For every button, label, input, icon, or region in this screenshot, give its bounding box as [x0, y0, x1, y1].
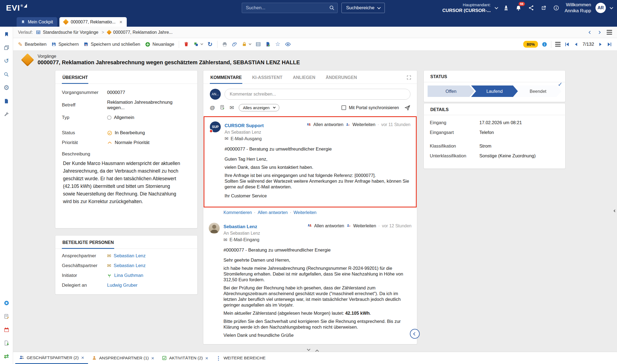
data-quality-icon[interactable]	[265, 42, 271, 47]
tab-anliegen[interactable]: ANLIEGEN	[292, 71, 316, 84]
status-check-icon[interactable]: ✓	[558, 82, 562, 87]
mention-icon[interactable]: @	[210, 105, 215, 111]
chevron-up-icon[interactable]	[315, 350, 319, 353]
notifications-bell-icon[interactable]: 66	[515, 4, 523, 12]
reply-all-link[interactable]: Allen antworten	[258, 210, 288, 215]
share-icon[interactable]	[527, 4, 535, 12]
lock-icon[interactable]	[242, 42, 251, 47]
first-record-icon[interactable]	[564, 42, 570, 47]
tab-kommentare[interactable]: KOMMENTARE	[210, 71, 242, 84]
tab-vorgang-0000077[interactable]: 0000077, Reklamatio... ×	[59, 17, 127, 27]
history-icon[interactable]: ↺	[3, 57, 10, 65]
user-avatar[interactable]: AR	[595, 3, 606, 13]
chevron-down-icon[interactable]	[495, 6, 498, 9]
forward-link[interactable]: Weiterleiten	[294, 210, 316, 215]
grid-view-icon[interactable]	[256, 42, 261, 47]
tab-beteiligte-personen[interactable]: BETEILIGTE PERSONEN	[62, 235, 114, 249]
registered-mark: ®	[20, 4, 23, 8]
tab-uebersicht[interactable]: ÜBERSICHT	[62, 71, 88, 84]
settings-gear-icon[interactable]: ⚙	[3, 84, 10, 91]
mandant-icon[interactable]	[502, 4, 510, 12]
globe-star-icon[interactable]	[3, 299, 10, 307]
search-icon[interactable]	[329, 5, 335, 12]
collapse-comments-button[interactable]	[410, 329, 420, 339]
person-link[interactable]: Ludwig Gruber	[107, 283, 138, 288]
envelope-icon: ✉	[107, 263, 111, 268]
portal-sync-checkbox[interactable]	[341, 105, 346, 110]
bottom-tab-aktivitaeten[interactable]: AKTIVITÄTEN (2) ×	[158, 352, 212, 364]
bottom-tab-weitere-bereiche[interactable]: ⋮ WEITERE BEREICHE	[212, 352, 269, 364]
expand-icon[interactable]	[406, 75, 412, 81]
previous-record-icon[interactable]	[574, 42, 579, 47]
tab-ki-assistent[interactable]: KI-ASSISTENT	[252, 71, 283, 84]
status-step-beendet[interactable]: Beendet	[515, 85, 561, 97]
nav-forward-icon[interactable]	[597, 30, 602, 35]
comment-link[interactable]: Kommentieren	[223, 210, 252, 215]
bottom-tab-geschaeftspartner[interactable]: GESCHÄFTSPARTNER (2) ×	[15, 352, 88, 364]
document-icon[interactable]	[3, 97, 10, 105]
bottom-tab-ansprechpartner[interactable]: ANSPRECHPARTNER (1) ×	[88, 352, 158, 364]
save-button[interactable]: Speichern	[51, 42, 79, 47]
close-icon[interactable]: ×	[119, 19, 122, 25]
tab-aenderungen[interactable]: ÄNDERUNGEN	[325, 71, 358, 84]
info-icon[interactable]	[542, 42, 547, 47]
close-icon[interactable]: ×	[205, 356, 208, 361]
search-input[interactable]	[242, 3, 338, 13]
forward-link[interactable]: Weiterleiten	[352, 121, 375, 128]
transform-icon[interactable]	[193, 42, 203, 47]
status-step-offen[interactable]: Offen	[428, 85, 474, 97]
search-scopes-button[interactable]: Suchbereiche	[341, 3, 385, 13]
chevron-down-icon[interactable]	[307, 347, 310, 351]
wrench-icon[interactable]	[3, 111, 10, 118]
breadcrumb-item-search[interactable]: Standardsuche für Vorgänge	[36, 30, 98, 35]
user-menu-chevron-icon[interactable]	[610, 6, 613, 9]
calendar-icon[interactable]	[3, 326, 10, 334]
email-icon[interactable]: ✉	[230, 105, 234, 110]
list-menu-icon[interactable]	[555, 42, 561, 47]
delete-icon[interactable]	[184, 42, 189, 47]
edit-button[interactable]: ✎ Bearbeiten	[18, 42, 47, 47]
completeness-badge[interactable]: 80%	[523, 41, 538, 48]
reply-all-link[interactable]: Allen antworten	[313, 121, 343, 128]
bookmark-icon[interactable]	[3, 30, 10, 38]
document-add-icon[interactable]	[3, 339, 10, 347]
composer-avatar: AN...	[210, 89, 221, 100]
comment-author-link[interactable]: Sebastian Lenz	[223, 224, 257, 230]
favorite-star-icon[interactable]: ☆	[275, 41, 280, 47]
close-icon[interactable]: ×	[81, 355, 84, 360]
comment-author-link[interactable]: CURSOR Support	[225, 123, 264, 129]
comment-filter-select[interactable]: Alles anzeigen	[239, 104, 279, 111]
next-record-icon[interactable]	[598, 42, 603, 47]
print-icon[interactable]	[222, 42, 227, 47]
help-info-icon[interactable]	[552, 4, 560, 12]
save-and-close-button[interactable]: Speichern und schließen	[83, 42, 140, 47]
last-record-icon[interactable]	[607, 42, 612, 47]
reply-all-link[interactable]: Allen antworten	[314, 223, 344, 229]
menu-icon[interactable]	[607, 30, 612, 35]
create-new-button[interactable]: Neuanlage	[145, 42, 174, 47]
open-in-new-icon[interactable]	[540, 4, 548, 12]
main-client-selector[interactable]: Hauptmandant: CURSOR (CURSOR-...	[442, 2, 491, 14]
nav-back-icon[interactable]	[587, 30, 592, 35]
search-edit-icon[interactable]	[3, 71, 10, 78]
body-paragraph: Guten Tag Herr Lenz,	[225, 156, 410, 162]
field-value: Normale Priorität	[115, 140, 150, 145]
send-icon[interactable]	[404, 105, 410, 111]
notes-icon[interactable]	[3, 313, 10, 320]
refresh-icon[interactable]: ↻	[207, 41, 212, 47]
swap-arrows-icon[interactable]: ⇄	[3, 353, 10, 360]
person-link[interactable]: Sebastian Lenz	[114, 263, 146, 268]
comment-input[interactable]	[225, 89, 410, 100]
person-link[interactable]: Sebastian Lenz	[114, 253, 146, 259]
clipboard-windows-icon[interactable]	[3, 44, 10, 51]
close-icon[interactable]: ×	[151, 356, 154, 361]
attachment-paperclip-icon[interactable]	[232, 42, 237, 47]
right-panel-collapse[interactable]	[613, 205, 617, 217]
task-checklist-icon[interactable]	[220, 105, 225, 111]
status-step-laufend[interactable]: Laufend	[471, 85, 518, 97]
breadcrumb-item-vorgang[interactable]: 0000077, Reklamation Jahre...	[107, 30, 173, 35]
tab-mein-cockpit[interactable]: Mein Cockpit	[17, 17, 57, 27]
forward-link[interactable]: Weiterleiten	[353, 223, 376, 229]
watch-eye-icon[interactable]	[285, 41, 291, 47]
person-link[interactable]: Lina Guthman	[114, 273, 143, 278]
